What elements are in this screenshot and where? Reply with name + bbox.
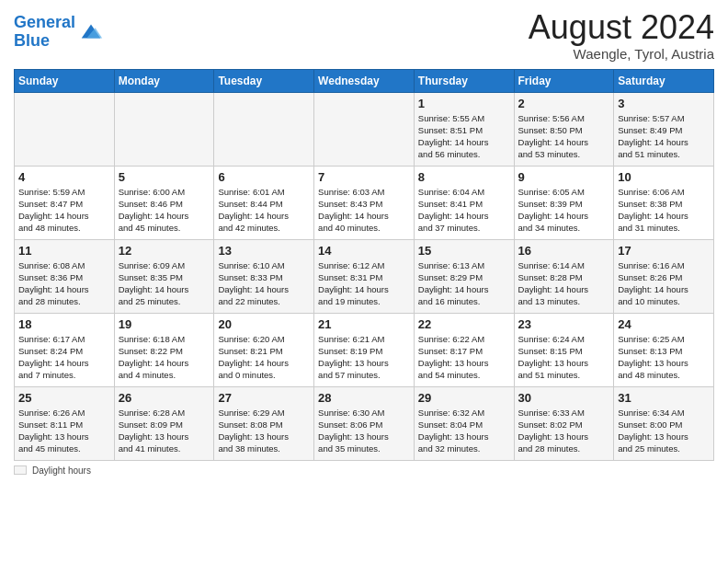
day-info: Sunrise: 6:21 AM Sunset: 8:19 PM Dayligh… <box>318 333 410 382</box>
day-number: 21 <box>318 317 410 331</box>
day-info: Sunrise: 6:05 AM Sunset: 8:39 PM Dayligh… <box>518 186 610 235</box>
day-info: Sunrise: 5:59 AM Sunset: 8:47 PM Dayligh… <box>18 186 110 235</box>
day-info: Sunrise: 6:24 AM Sunset: 8:15 PM Dayligh… <box>518 333 610 382</box>
day-number: 22 <box>418 317 510 331</box>
calendar-cell: 21Sunrise: 6:21 AM Sunset: 8:19 PM Dayli… <box>314 313 415 386</box>
calendar-cell <box>15 92 115 166</box>
calendar-cell: 18Sunrise: 6:17 AM Sunset: 8:24 PM Dayli… <box>15 313 115 386</box>
col-wednesday: Wednesday <box>314 69 415 92</box>
calendar-cell: 16Sunrise: 6:14 AM Sunset: 8:28 PM Dayli… <box>514 239 614 313</box>
day-number: 3 <box>618 97 710 110</box>
header: General Blue August 2024 Waengle, Tyrol,… <box>14 9 714 62</box>
calendar-cell: 10Sunrise: 6:06 AM Sunset: 8:38 PM Dayli… <box>614 166 714 239</box>
day-info: Sunrise: 6:16 AM Sunset: 8:26 PM Dayligh… <box>618 259 710 308</box>
day-number: 27 <box>218 391 310 405</box>
day-info: Sunrise: 6:33 AM Sunset: 8:02 PM Dayligh… <box>518 407 610 455</box>
day-number: 20 <box>218 317 310 331</box>
day-number: 11 <box>18 244 110 258</box>
day-number: 12 <box>119 244 210 258</box>
calendar-cell: 30Sunrise: 6:33 AM Sunset: 8:02 PM Dayli… <box>514 386 614 460</box>
day-number: 31 <box>618 391 710 405</box>
day-number: 6 <box>218 170 310 184</box>
calendar-cell: 20Sunrise: 6:20 AM Sunset: 8:21 PM Dayli… <box>214 313 314 386</box>
day-number: 7 <box>318 170 410 184</box>
day-number: 25 <box>18 391 110 405</box>
calendar-cell: 7Sunrise: 6:03 AM Sunset: 8:43 PM Daylig… <box>314 166 415 239</box>
calendar-week-4: 25Sunrise: 6:26 AM Sunset: 8:11 PM Dayli… <box>15 386 714 460</box>
calendar-cell: 31Sunrise: 6:34 AM Sunset: 8:00 PM Dayli… <box>614 386 714 460</box>
calendar-week-1: 4Sunrise: 5:59 AM Sunset: 8:47 PM Daylig… <box>15 166 714 239</box>
day-info: Sunrise: 6:32 AM Sunset: 8:04 PM Dayligh… <box>418 407 510 455</box>
calendar-cell: 13Sunrise: 6:10 AM Sunset: 8:33 PM Dayli… <box>214 239 314 313</box>
day-info: Sunrise: 6:25 AM Sunset: 8:13 PM Dayligh… <box>618 333 710 382</box>
day-number: 24 <box>618 317 710 331</box>
logo-text: General Blue <box>14 14 75 51</box>
calendar-cell: 11Sunrise: 6:08 AM Sunset: 8:36 PM Dayli… <box>15 239 115 313</box>
calendar-cell: 28Sunrise: 6:30 AM Sunset: 8:06 PM Dayli… <box>314 386 415 460</box>
col-monday: Monday <box>114 69 214 92</box>
calendar-cell: 4Sunrise: 5:59 AM Sunset: 8:47 PM Daylig… <box>15 166 115 239</box>
day-number: 5 <box>119 170 210 184</box>
legend-box <box>14 465 27 475</box>
day-info: Sunrise: 6:01 AM Sunset: 8:44 PM Dayligh… <box>218 186 310 235</box>
calendar-cell: 9Sunrise: 6:05 AM Sunset: 8:39 PM Daylig… <box>514 166 614 239</box>
day-info: Sunrise: 6:30 AM Sunset: 8:06 PM Dayligh… <box>318 407 410 455</box>
title-block: August 2024 Waengle, Tyrol, Austria <box>529 9 714 62</box>
day-number: 13 <box>218 244 310 258</box>
day-number: 14 <box>318 244 410 258</box>
calendar-cell: 24Sunrise: 6:25 AM Sunset: 8:13 PM Dayli… <box>614 313 714 386</box>
col-tuesday: Tuesday <box>214 69 314 92</box>
day-info: Sunrise: 6:26 AM Sunset: 8:11 PM Dayligh… <box>18 407 110 455</box>
day-info: Sunrise: 6:17 AM Sunset: 8:24 PM Dayligh… <box>18 333 110 382</box>
calendar-body: 1Sunrise: 5:55 AM Sunset: 8:51 PM Daylig… <box>15 92 714 460</box>
day-info: Sunrise: 6:34 AM Sunset: 8:00 PM Dayligh… <box>618 407 710 455</box>
day-number: 10 <box>618 170 710 184</box>
calendar-cell: 17Sunrise: 6:16 AM Sunset: 8:26 PM Dayli… <box>614 239 714 313</box>
col-sunday: Sunday <box>15 69 115 92</box>
day-info: Sunrise: 5:56 AM Sunset: 8:50 PM Dayligh… <box>518 112 610 161</box>
day-number: 9 <box>518 170 610 184</box>
calendar-cell: 27Sunrise: 6:29 AM Sunset: 8:08 PM Dayli… <box>214 386 314 460</box>
month-title: August 2024 <box>529 9 714 46</box>
day-info: Sunrise: 6:06 AM Sunset: 8:38 PM Dayligh… <box>618 186 710 235</box>
calendar-cell: 25Sunrise: 6:26 AM Sunset: 8:11 PM Dayli… <box>15 386 115 460</box>
day-info: Sunrise: 6:18 AM Sunset: 8:22 PM Dayligh… <box>119 333 210 382</box>
day-info: Sunrise: 6:22 AM Sunset: 8:17 PM Dayligh… <box>418 333 510 382</box>
header-row: Sunday Monday Tuesday Wednesday Thursday… <box>15 69 714 92</box>
calendar-week-2: 11Sunrise: 6:08 AM Sunset: 8:36 PM Dayli… <box>15 239 714 313</box>
day-number: 26 <box>119 391 210 405</box>
calendar-cell <box>114 92 214 166</box>
col-thursday: Thursday <box>414 69 514 92</box>
day-info: Sunrise: 6:14 AM Sunset: 8:28 PM Dayligh… <box>518 259 610 308</box>
day-info: Sunrise: 5:57 AM Sunset: 8:49 PM Dayligh… <box>618 112 710 161</box>
day-info: Sunrise: 6:00 AM Sunset: 8:46 PM Dayligh… <box>119 186 210 235</box>
day-number: 1 <box>418 97 510 110</box>
calendar-cell: 5Sunrise: 6:00 AM Sunset: 8:46 PM Daylig… <box>114 166 214 239</box>
calendar-cell: 8Sunrise: 6:04 AM Sunset: 8:41 PM Daylig… <box>414 166 514 239</box>
calendar-cell: 22Sunrise: 6:22 AM Sunset: 8:17 PM Dayli… <box>414 313 514 386</box>
location: Waengle, Tyrol, Austria <box>529 46 714 62</box>
day-number: 19 <box>119 317 210 331</box>
day-number: 17 <box>618 244 710 258</box>
calendar-table: Sunday Monday Tuesday Wednesday Thursday… <box>14 69 714 461</box>
calendar-week-3: 18Sunrise: 6:17 AM Sunset: 8:24 PM Dayli… <box>15 313 714 386</box>
col-friday: Friday <box>514 69 614 92</box>
day-number: 28 <box>318 391 410 405</box>
day-number: 29 <box>418 391 510 405</box>
calendar-header: Sunday Monday Tuesday Wednesday Thursday… <box>15 69 714 92</box>
col-saturday: Saturday <box>614 69 714 92</box>
day-info: Sunrise: 5:55 AM Sunset: 8:51 PM Dayligh… <box>418 112 510 161</box>
page-container: General Blue August 2024 Waengle, Tyrol,… <box>0 0 728 480</box>
day-info: Sunrise: 6:13 AM Sunset: 8:29 PM Dayligh… <box>418 259 510 308</box>
day-number: 15 <box>418 244 510 258</box>
day-info: Sunrise: 6:09 AM Sunset: 8:35 PM Dayligh… <box>119 259 210 308</box>
day-info: Sunrise: 6:20 AM Sunset: 8:21 PM Dayligh… <box>218 333 310 382</box>
day-number: 2 <box>518 97 610 110</box>
calendar-cell: 19Sunrise: 6:18 AM Sunset: 8:22 PM Dayli… <box>114 313 214 386</box>
calendar-cell: 23Sunrise: 6:24 AM Sunset: 8:15 PM Dayli… <box>514 313 614 386</box>
day-info: Sunrise: 6:12 AM Sunset: 8:31 PM Dayligh… <box>318 259 410 308</box>
day-info: Sunrise: 6:29 AM Sunset: 8:08 PM Dayligh… <box>218 407 310 455</box>
legend-label: Daylight hours <box>32 465 91 476</box>
logo-blue: Blue <box>14 31 50 50</box>
calendar-cell: 1Sunrise: 5:55 AM Sunset: 8:51 PM Daylig… <box>414 92 514 166</box>
